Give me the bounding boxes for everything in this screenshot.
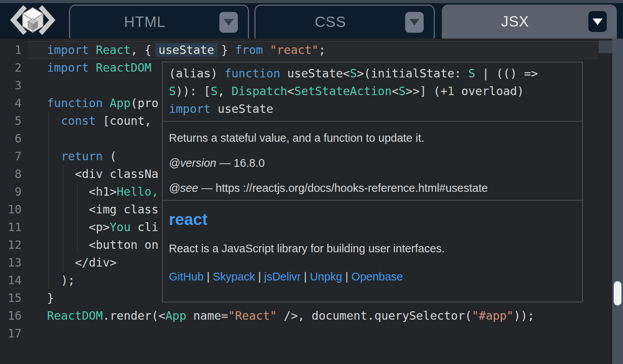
package-link-unpkg[interactable]: Unpkg <box>310 270 342 283</box>
top-toolbar: HTML CSS JSX <box>0 0 623 39</box>
tooltip-separator <box>163 200 582 201</box>
line-number: 6 <box>0 130 22 148</box>
code-line <box>47 325 534 342</box>
tab-jsx[interactable]: JSX <box>442 5 617 39</box>
package-description: React is a JavaScript library for buildi… <box>169 240 576 257</box>
code-editor[interactable]: 1234567891011121314151617 import React, … <box>0 39 623 364</box>
link-separator: | <box>342 270 352 283</box>
package-link-openbase[interactable]: Openbase <box>351 270 403 283</box>
line-number: 7 <box>0 148 22 165</box>
package-link-skypack[interactable]: Skypack <box>213 270 255 283</box>
package-link-jsdelivr[interactable]: jsDelivr <box>264 270 301 283</box>
line-number: 16 <box>0 307 22 325</box>
link-separator: | <box>301 270 310 283</box>
line-number: 15 <box>0 289 22 307</box>
tooltip-see-row: @see — https ://reactjs.org/docs/hooks-r… <box>169 179 576 197</box>
see-tag: @see <box>169 182 198 194</box>
tab-css-dropdown-button[interactable] <box>405 12 424 33</box>
tab-jsx-label: JSX <box>442 13 588 30</box>
tab-css[interactable]: CSS <box>254 5 435 39</box>
app-logo-icon <box>7 5 59 35</box>
line-number: 11 <box>0 218 22 236</box>
word-highlight: useState <box>158 43 214 57</box>
tab-jsx-dropdown-button[interactable] <box>588 11 607 32</box>
line-number: 14 <box>0 272 22 289</box>
tab-html-label: HTML <box>70 14 219 30</box>
version-value: — 16.8.0 <box>216 157 265 169</box>
see-value: — https ://reactjs.org/docs/hooks-refere… <box>198 182 488 194</box>
line-number-gutter: 1234567891011121314151617 <box>0 41 22 342</box>
tooltip-signature: (alias) function useState<S>(initialStat… <box>163 62 582 118</box>
signature-line: S)): [S, Dispatch<SetStateAction<S>>] (+… <box>169 82 576 100</box>
tooltip-version-row: @version — 16.8.0 <box>169 154 576 172</box>
overview-ruler-marker <box>599 40 612 53</box>
code-line: ReactDOM.render(<App name="React" />, do… <box>47 307 534 325</box>
tooltip-separator <box>163 121 582 122</box>
line-number: 13 <box>0 254 22 272</box>
line-number: 5 <box>0 112 22 130</box>
line-number: 12 <box>0 236 22 254</box>
line-number: 17 <box>0 325 22 342</box>
line-number: 3 <box>0 77 22 94</box>
code-playground-window: HTML CSS JSX 1234567891011121314151617 i… <box>0 0 623 364</box>
line-number: 1 <box>0 41 22 59</box>
chevron-down-icon <box>593 18 603 25</box>
signature-line: (alias) function useState<S>(initialStat… <box>169 65 576 82</box>
tab-html[interactable]: HTML <box>69 5 249 39</box>
code-line: import React, { useState } from "react"; <box>47 41 534 59</box>
line-number: 10 <box>0 201 22 218</box>
scrollbar-track[interactable] <box>612 39 623 364</box>
line-number: 4 <box>0 94 22 112</box>
hover-tooltip: (alias) function useState<S>(initialStat… <box>162 62 583 302</box>
chevron-down-icon <box>224 19 234 25</box>
scrollbar-thumb[interactable] <box>614 281 621 305</box>
link-separator: | <box>255 270 264 283</box>
line-number: 9 <box>0 183 22 201</box>
tab-html-dropdown-button[interactable] <box>219 12 238 33</box>
link-separator: | <box>204 270 213 283</box>
version-tag: @version <box>169 157 216 169</box>
tab-css-label: CSS <box>256 14 405 30</box>
line-number: 2 <box>0 59 22 77</box>
signature-line: import useState <box>169 100 576 118</box>
package-link-github[interactable]: GitHub <box>169 270 204 283</box>
chevron-down-icon <box>409 19 419 25</box>
package-name-link[interactable]: react <box>169 210 576 229</box>
line-number: 8 <box>0 165 22 183</box>
tooltip-doc-summary: Returns a stateful value, and a function… <box>169 129 576 147</box>
package-links-row: GitHub | Skypack | jsDelivr | Unpkg | Op… <box>169 268 576 285</box>
window-top-strip <box>0 0 623 3</box>
